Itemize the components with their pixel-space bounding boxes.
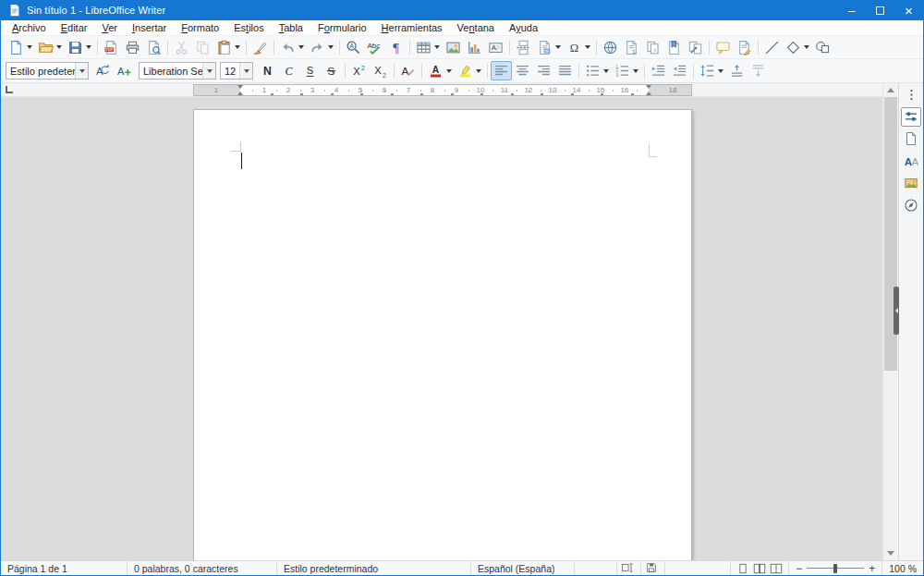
line-spacing-button[interactable]: [697, 61, 726, 80]
zoom-slider[interactable]: [807, 568, 864, 569]
basic-shapes-button[interactable]: [783, 38, 812, 57]
paste-button[interactable]: [213, 38, 243, 57]
insert-mode-status[interactable]: [617, 561, 641, 575]
menu-insertar[interactable]: Insertar: [125, 21, 174, 34]
sidebar-tab-gallery[interactable]: [901, 174, 921, 193]
zoom-in-button[interactable]: +: [869, 563, 875, 574]
menu-estilos[interactable]: Estilos: [226, 21, 271, 34]
comment-button[interactable]: [712, 38, 734, 57]
superscript-button[interactable]: X2: [348, 61, 370, 80]
formatting-marks-button[interactable]: ¶: [385, 38, 407, 57]
align-center-button[interactable]: [512, 61, 533, 80]
strikethrough-button[interactable]: S: [321, 61, 342, 80]
insert-image-button[interactable]: [443, 38, 464, 57]
decrease-indent-button[interactable]: [669, 61, 690, 80]
increase-paragraph-spacing-button[interactable]: [726, 61, 748, 80]
bookmark-button[interactable]: [663, 38, 685, 57]
menu-editar[interactable]: Editar: [54, 21, 95, 34]
maximize-button[interactable]: [866, 0, 894, 20]
open-button[interactable]: [35, 38, 65, 57]
chevron-down-icon[interactable]: [235, 45, 240, 49]
sidebar-tab-styles[interactable]: AA: [901, 152, 921, 171]
page-break-button[interactable]: [513, 38, 534, 57]
chevron-down-icon[interactable]: [328, 45, 334, 49]
tab-stop-selector-icon[interactable]: [6, 86, 13, 93]
font-size-combobox[interactable]: 12: [220, 62, 253, 80]
save-button[interactable]: [65, 38, 94, 57]
menu-ver[interactable]: Ver: [94, 21, 125, 34]
chevron-down-icon[interactable]: [603, 69, 609, 73]
chevron-down-icon[interactable]: [202, 63, 215, 79]
language-status[interactable]: Español (España): [471, 561, 575, 575]
insert-field-button[interactable]: [534, 38, 564, 57]
align-justify-button[interactable]: [554, 61, 576, 80]
chevron-down-icon[interactable]: [446, 69, 452, 73]
vertical-scrollbar[interactable]: [882, 83, 898, 560]
insert-line-button[interactable]: [761, 38, 783, 57]
menu-formato[interactable]: Formato: [174, 21, 226, 34]
export-pdf-button[interactable]: PDF: [101, 38, 122, 57]
book-view-button[interactable]: [768, 562, 784, 575]
chevron-down-icon[interactable]: [239, 63, 252, 79]
numbered-list-button[interactable]: 1.2.3.: [612, 61, 641, 80]
cross-reference-button[interactable]: [685, 38, 706, 57]
scroll-down-button[interactable]: [883, 546, 898, 560]
hyperlink-button[interactable]: [600, 38, 621, 57]
align-left-button[interactable]: [491, 61, 512, 80]
highlight-color-button[interactable]: [455, 61, 484, 80]
redo-button[interactable]: [307, 38, 336, 57]
insert-textbox-button[interactable]: A: [485, 38, 506, 57]
menu-herramientas[interactable]: Herramientas: [374, 21, 450, 34]
new-document-button[interactable]: [6, 38, 35, 57]
clear-formatting-button[interactable]: A: [397, 61, 419, 80]
insert-chart-button[interactable]: [464, 38, 485, 57]
chevron-down-icon[interactable]: [555, 45, 561, 49]
chevron-down-icon[interactable]: [476, 69, 481, 73]
footnote-button[interactable]: 1: [621, 38, 642, 57]
close-button[interactable]: ×: [894, 0, 923, 20]
sidebar-settings-button[interactable]: [902, 87, 920, 102]
font-color-button[interactable]: A: [425, 61, 455, 80]
multi-page-view-button[interactable]: [751, 562, 768, 575]
sidebar-tab-properties[interactable]: [901, 107, 921, 127]
find-replace-button[interactable]: A: [343, 38, 364, 57]
menu-archivo[interactable]: Archivo: [5, 21, 54, 34]
single-page-view-button[interactable]: [735, 562, 751, 575]
chevron-down-icon[interactable]: [633, 69, 638, 73]
zoom-out-button[interactable]: −: [796, 563, 802, 574]
font-name-combobox[interactable]: Liberation Serif: [139, 62, 216, 80]
scroll-up-button[interactable]: [883, 83, 898, 97]
bold-button[interactable]: N: [257, 61, 278, 80]
align-right-button[interactable]: [533, 61, 554, 80]
paragraph-style-combobox[interactable]: Estilo predetermina: [6, 62, 89, 80]
document-page[interactable]: [193, 109, 692, 560]
indent-marker-right[interactable]: [646, 85, 652, 95]
save-status[interactable]: [641, 561, 665, 575]
menu-ventana[interactable]: Ventana: [450, 21, 502, 34]
chevron-down-icon[interactable]: [434, 45, 440, 49]
underline-button[interactable]: S: [299, 61, 321, 80]
print-preview-button[interactable]: [143, 38, 164, 57]
minimize-button[interactable]: –: [837, 0, 866, 20]
document-workspace[interactable]: [1, 97, 882, 560]
new-style-button[interactable]: A: [114, 61, 135, 80]
word-count-status[interactable]: 0 palabras, 0 caracteres: [128, 561, 277, 575]
bullet-list-button[interactable]: [582, 61, 612, 80]
special-character-button[interactable]: Ω: [564, 38, 593, 57]
print-button[interactable]: [122, 38, 143, 57]
undo-button[interactable]: [277, 38, 307, 57]
sidebar-tab-navigator[interactable]: [901, 196, 921, 215]
endnote-button[interactable]: i: [642, 38, 663, 57]
subscript-button[interactable]: X2: [370, 61, 391, 80]
chevron-down-icon[interactable]: [298, 45, 304, 49]
chevron-down-icon[interactable]: [56, 45, 62, 49]
increase-indent-button[interactable]: [648, 61, 669, 80]
clone-formatting-button[interactable]: [249, 38, 271, 57]
chevron-down-icon[interactable]: [585, 45, 590, 49]
zoom-level-status[interactable]: 100 %: [882, 561, 923, 575]
track-changes-button[interactable]: [734, 38, 755, 57]
italic-button[interactable]: C: [278, 61, 299, 80]
selection-mode-status[interactable]: [575, 561, 617, 575]
chevron-down-icon[interactable]: [86, 45, 91, 49]
page-style-status[interactable]: Estilo predeterminado: [277, 561, 471, 575]
